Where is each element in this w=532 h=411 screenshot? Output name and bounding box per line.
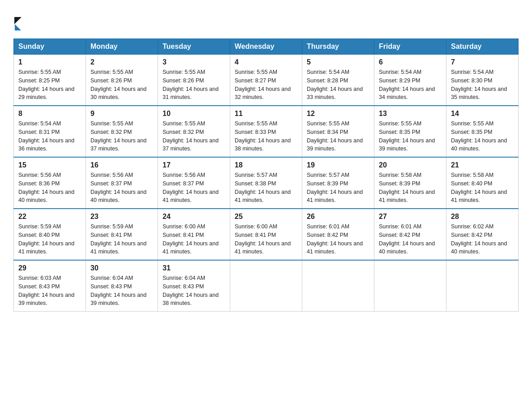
day-info: Sunrise: 6:04 AMSunset: 8:43 PMDaylight:…: [90, 275, 146, 306]
day-number: 29: [18, 264, 81, 272]
calendar-cell: 12 Sunrise: 5:55 AMSunset: 8:34 PMDaylig…: [302, 106, 374, 157]
week-row-1: 1 Sunrise: 5:55 AMSunset: 8:25 PMDayligh…: [14, 55, 519, 106]
day-info: Sunrise: 5:55 AMSunset: 8:35 PMDaylight:…: [451, 120, 507, 152]
day-number: 9: [90, 110, 153, 118]
day-number: 28: [451, 213, 514, 221]
calendar-cell: 27 Sunrise: 6:01 AMSunset: 8:42 PMDaylig…: [374, 209, 446, 260]
day-info: Sunrise: 6:00 AMSunset: 8:41 PMDaylight:…: [163, 223, 219, 255]
day-number: 31: [163, 264, 225, 272]
calendar-cell: 19 Sunrise: 5:57 AMSunset: 8:39 PMDaylig…: [302, 157, 374, 209]
calendar-cell: 24 Sunrise: 6:00 AMSunset: 8:41 PMDaylig…: [158, 209, 230, 260]
calendar-cell: 21 Sunrise: 5:58 AMSunset: 8:40 PMDaylig…: [446, 157, 519, 209]
calendar-cell: 5 Sunrise: 5:54 AMSunset: 8:28 PMDayligh…: [302, 55, 374, 106]
calendar-cell: [230, 260, 302, 312]
day-number: 30: [90, 264, 153, 272]
day-number: 24: [163, 213, 225, 221]
day-number: 2: [90, 58, 153, 66]
weekday-header-friday: Friday: [374, 39, 446, 55]
weekday-header-sunday: Sunday: [14, 39, 86, 55]
day-number: 25: [235, 213, 297, 221]
day-info: Sunrise: 6:00 AMSunset: 8:41 PMDaylight:…: [235, 223, 291, 255]
day-number: 15: [18, 161, 81, 169]
day-number: 18: [235, 161, 297, 169]
day-number: 6: [379, 58, 442, 66]
calendar-cell: 31 Sunrise: 6:04 AMSunset: 8:43 PMDaylig…: [158, 260, 230, 312]
day-info: Sunrise: 5:54 AMSunset: 8:29 PMDaylight:…: [379, 69, 435, 100]
calendar-cell: [446, 260, 519, 312]
weekday-header-wednesday: Wednesday: [230, 39, 302, 55]
day-info: Sunrise: 6:01 AMSunset: 8:42 PMDaylight:…: [307, 223, 363, 255]
day-number: 21: [451, 161, 514, 169]
day-info: Sunrise: 5:56 AMSunset: 8:36 PMDaylight:…: [18, 172, 74, 203]
calendar-cell: 28 Sunrise: 6:02 AMSunset: 8:42 PMDaylig…: [446, 209, 519, 260]
day-number: 4: [235, 58, 297, 66]
week-row-3: 15 Sunrise: 5:56 AMSunset: 8:36 PMDaylig…: [14, 157, 519, 209]
calendar-cell: 6 Sunrise: 5:54 AMSunset: 8:29 PMDayligh…: [374, 55, 446, 106]
calendar-cell: [374, 260, 446, 312]
day-number: 11: [235, 110, 297, 118]
calendar-cell: 30 Sunrise: 6:04 AMSunset: 8:43 PMDaylig…: [86, 260, 158, 312]
calendar-cell: 25 Sunrise: 6:00 AMSunset: 8:41 PMDaylig…: [230, 209, 302, 260]
day-number: 1: [18, 58, 81, 66]
day-info: Sunrise: 5:56 AMSunset: 8:37 PMDaylight:…: [163, 172, 219, 203]
day-number: 20: [379, 161, 442, 169]
day-number: 22: [18, 213, 81, 221]
day-info: Sunrise: 5:58 AMSunset: 8:39 PMDaylight:…: [379, 172, 435, 203]
calendar-cell: 13 Sunrise: 5:55 AMSunset: 8:35 PMDaylig…: [374, 106, 446, 157]
day-number: 10: [163, 110, 225, 118]
day-info: Sunrise: 5:55 AMSunset: 8:26 PMDaylight:…: [163, 69, 219, 100]
day-info: Sunrise: 5:55 AMSunset: 8:33 PMDaylight:…: [235, 120, 291, 152]
day-info: Sunrise: 6:01 AMSunset: 8:42 PMDaylight:…: [379, 223, 435, 255]
calendar-cell: 7 Sunrise: 5:54 AMSunset: 8:30 PMDayligh…: [446, 55, 519, 106]
weekday-header-row: SundayMondayTuesdayWednesdayThursdayFrid…: [14, 39, 519, 55]
day-info: Sunrise: 5:54 AMSunset: 8:28 PMDaylight:…: [307, 69, 363, 100]
weekday-header-saturday: Saturday: [446, 39, 519, 55]
calendar-cell: 10 Sunrise: 5:55 AMSunset: 8:32 PMDaylig…: [158, 106, 230, 157]
day-number: 3: [163, 58, 225, 66]
weekday-header-tuesday: Tuesday: [158, 39, 230, 55]
calendar-cell: 4 Sunrise: 5:55 AMSunset: 8:27 PMDayligh…: [230, 55, 302, 106]
day-number: 8: [18, 110, 81, 118]
day-number: 16: [90, 161, 153, 169]
calendar-cell: 8 Sunrise: 5:54 AMSunset: 8:31 PMDayligh…: [14, 106, 86, 157]
calendar-cell: 1 Sunrise: 5:55 AMSunset: 8:25 PMDayligh…: [14, 55, 86, 106]
logo: [13, 13, 21, 30]
day-info: Sunrise: 6:02 AMSunset: 8:42 PMDaylight:…: [451, 223, 507, 255]
week-row-4: 22 Sunrise: 5:59 AMSunset: 8:40 PMDaylig…: [14, 209, 519, 260]
calendar-cell: 23 Sunrise: 5:59 AMSunset: 8:41 PMDaylig…: [86, 209, 158, 260]
day-info: Sunrise: 5:59 AMSunset: 8:40 PMDaylight:…: [18, 223, 74, 255]
calendar-cell: 18 Sunrise: 5:57 AMSunset: 8:38 PMDaylig…: [230, 157, 302, 209]
calendar-cell: 16 Sunrise: 5:56 AMSunset: 8:37 PMDaylig…: [86, 157, 158, 209]
day-number: 23: [90, 213, 153, 221]
day-info: Sunrise: 5:59 AMSunset: 8:41 PMDaylight:…: [90, 223, 146, 255]
weekday-header-thursday: Thursday: [302, 39, 374, 55]
day-info: Sunrise: 5:55 AMSunset: 8:26 PMDaylight:…: [90, 69, 146, 100]
day-info: Sunrise: 5:55 AMSunset: 8:34 PMDaylight:…: [307, 120, 363, 152]
day-number: 14: [451, 110, 514, 118]
calendar-cell: 26 Sunrise: 6:01 AMSunset: 8:42 PMDaylig…: [302, 209, 374, 260]
calendar-cell: 15 Sunrise: 5:56 AMSunset: 8:36 PMDaylig…: [14, 157, 86, 209]
page-header: [13, 9, 519, 30]
day-number: 27: [379, 213, 442, 221]
calendar-cell: 9 Sunrise: 5:55 AMSunset: 8:32 PMDayligh…: [86, 106, 158, 157]
day-info: Sunrise: 5:54 AMSunset: 8:30 PMDaylight:…: [451, 69, 507, 100]
day-info: Sunrise: 6:04 AMSunset: 8:43 PMDaylight:…: [163, 275, 219, 306]
day-info: Sunrise: 5:55 AMSunset: 8:25 PMDaylight:…: [18, 69, 74, 100]
calendar-cell: 20 Sunrise: 5:58 AMSunset: 8:39 PMDaylig…: [374, 157, 446, 209]
week-row-5: 29 Sunrise: 6:03 AMSunset: 8:43 PMDaylig…: [14, 260, 519, 312]
day-info: Sunrise: 5:54 AMSunset: 8:31 PMDaylight:…: [18, 120, 74, 152]
day-info: Sunrise: 5:56 AMSunset: 8:37 PMDaylight:…: [90, 172, 146, 203]
calendar-cell: 11 Sunrise: 5:55 AMSunset: 8:33 PMDaylig…: [230, 106, 302, 157]
calendar-cell: 22 Sunrise: 5:59 AMSunset: 8:40 PMDaylig…: [14, 209, 86, 260]
calendar-cell: 17 Sunrise: 5:56 AMSunset: 8:37 PMDaylig…: [158, 157, 230, 209]
day-number: 5: [307, 58, 369, 66]
day-number: 19: [307, 161, 369, 169]
day-info: Sunrise: 5:55 AMSunset: 8:32 PMDaylight:…: [163, 120, 219, 152]
weekday-header-monday: Monday: [86, 39, 158, 55]
day-info: Sunrise: 6:03 AMSunset: 8:43 PMDaylight:…: [18, 275, 74, 306]
day-number: 13: [379, 110, 442, 118]
day-info: Sunrise: 5:57 AMSunset: 8:38 PMDaylight:…: [235, 172, 291, 203]
day-number: 17: [163, 161, 225, 169]
day-info: Sunrise: 5:55 AMSunset: 8:32 PMDaylight:…: [90, 120, 146, 152]
day-info: Sunrise: 5:57 AMSunset: 8:39 PMDaylight:…: [307, 172, 363, 203]
